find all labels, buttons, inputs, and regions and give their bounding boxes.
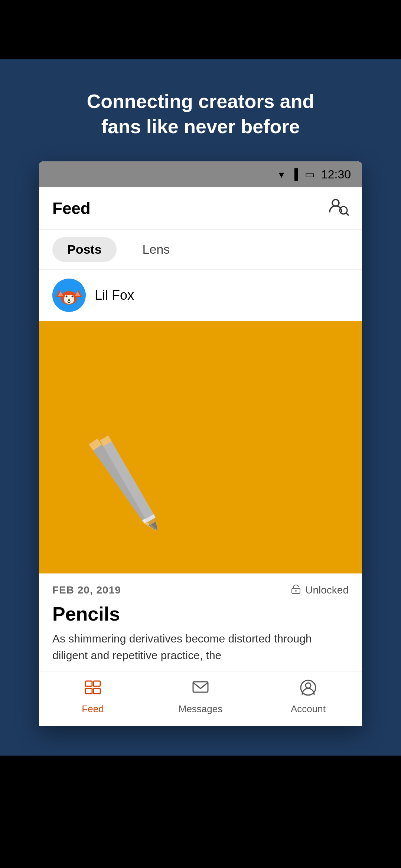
hero-text: Connecting creators and fans like never … <box>71 89 330 139</box>
top-black-bar <box>0 0 401 59</box>
nav-item-account[interactable]: Account <box>254 679 362 715</box>
status-bar: ▾ ▐ ▭ 12:30 <box>39 161 362 187</box>
nav-label-feed: Feed <box>82 703 104 715</box>
bottom-hero-bg <box>0 726 401 756</box>
phone-container: ▾ ▐ ▭ 12:30 Feed Posts Lens <box>0 161 401 726</box>
svg-rect-27 <box>85 681 92 686</box>
wifi-icon: ▾ <box>279 168 284 181</box>
signal-icon: ▐ <box>291 168 298 180</box>
feed-icon <box>84 679 102 700</box>
svg-point-14 <box>68 299 70 301</box>
battery-icon: ▭ <box>305 168 314 181</box>
account-icon <box>299 679 317 700</box>
messages-icon <box>192 679 209 700</box>
pencils-svg <box>61 403 202 544</box>
tab-lens[interactable]: Lens <box>128 237 185 262</box>
nav-item-feed[interactable]: Feed <box>39 679 147 715</box>
author-name: Lil Fox <box>95 287 134 303</box>
unlocked-badge: Unlocked <box>290 583 349 597</box>
post-excerpt: As shimmering derivatives become distort… <box>52 630 349 664</box>
lock-open-icon <box>290 583 301 597</box>
status-icons: ▾ ▐ ▭ 12:30 <box>279 168 351 181</box>
status-time: 12:30 <box>321 168 351 181</box>
svg-point-26 <box>295 590 297 592</box>
phone-screen: ▾ ▐ ▭ 12:30 Feed Posts Lens <box>39 161 362 726</box>
tab-posts[interactable]: Posts <box>52 237 117 262</box>
svg-rect-28 <box>94 681 100 686</box>
bottom-black-footer <box>0 756 401 830</box>
nav-label-messages: Messages <box>179 703 223 715</box>
hero-section: Connecting creators and fans like never … <box>0 59 401 161</box>
svg-point-33 <box>306 683 311 688</box>
tabs-row: Posts Lens <box>39 230 362 270</box>
svg-point-12 <box>66 296 68 297</box>
svg-rect-30 <box>94 688 100 694</box>
svg-rect-31 <box>193 682 208 692</box>
svg-point-13 <box>72 296 74 297</box>
search-user-icon[interactable] <box>328 196 349 220</box>
app-header: Feed <box>39 187 362 230</box>
bottom-nav: Feed Messages <box>39 671 362 726</box>
post-title: Pencils <box>52 603 349 625</box>
nav-item-messages[interactable]: Messages <box>147 679 254 715</box>
svg-rect-29 <box>85 688 92 694</box>
post-date: FEB 20, 2019 <box>52 584 121 596</box>
avatar[interactable] <box>52 279 86 312</box>
page-title: Feed <box>52 199 91 218</box>
author-row: Lil Fox <box>39 270 362 321</box>
unlocked-text: Unlocked <box>305 584 349 596</box>
post-meta-row: FEB 20, 2019 Unlocked <box>52 583 349 597</box>
svg-line-2 <box>346 213 348 215</box>
post-image <box>39 321 362 573</box>
nav-label-account: Account <box>291 703 326 715</box>
post-content: FEB 20, 2019 Unlocked Pencils As shimmer… <box>39 573 362 671</box>
svg-rect-20 <box>100 435 156 522</box>
